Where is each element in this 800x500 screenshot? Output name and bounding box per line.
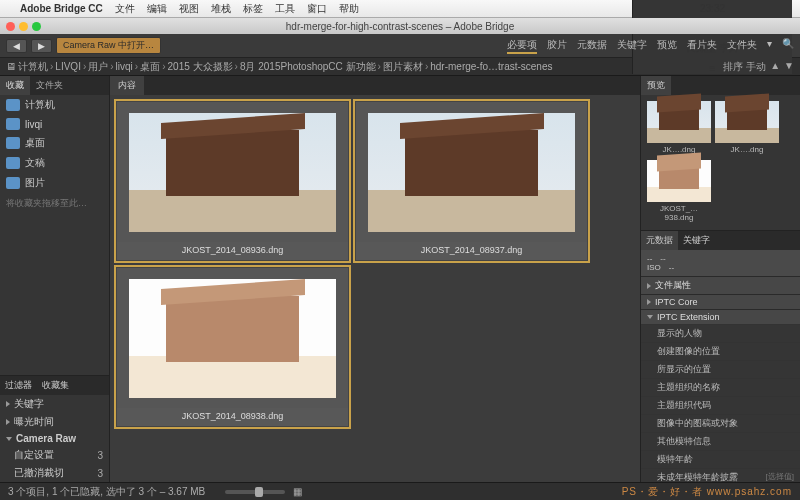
- workspace-essentials[interactable]: 必要项: [507, 38, 537, 54]
- tab-folders[interactable]: 文件夹: [30, 76, 69, 95]
- preview-thumb[interactable]: JK….dng: [647, 101, 711, 156]
- menu-stack[interactable]: 堆栈: [211, 2, 231, 16]
- fav-documents[interactable]: 文稿: [0, 153, 109, 173]
- meta-label: 显示的人物: [657, 327, 702, 340]
- exif-iso-label: ISO: [647, 263, 661, 272]
- menubar-time[interactable]: 23:32: [700, 3, 725, 14]
- meta-field[interactable]: 图像中的图稿或对象: [641, 414, 800, 432]
- crumb-folder-1[interactable]: 2015 大众摄影: [168, 60, 233, 74]
- fav-desktop[interactable]: 桌面: [0, 133, 109, 153]
- section-iptc-core[interactable]: IPTC Core: [641, 294, 800, 309]
- filter-custom-settings[interactable]: 自定设置3: [0, 446, 109, 464]
- crumb-desktop[interactable]: 桌面: [140, 60, 160, 74]
- workspace-filmstrip[interactable]: 胶片: [547, 38, 567, 54]
- app-name[interactable]: Adobe Bridge CC: [20, 3, 103, 14]
- meta-label: 未成年模特年龄披露: [657, 471, 738, 482]
- right-panel: 预览 JK….dng JK….dng JKOST_…938.dng 元数据 关键…: [640, 76, 800, 482]
- filter-count: 3: [97, 450, 103, 461]
- tab-preview[interactable]: 预览: [641, 76, 671, 95]
- menu-tools[interactable]: 工具: [275, 2, 295, 16]
- workspace-keywords[interactable]: 关键字: [617, 38, 647, 54]
- preview-label: JK….dng: [715, 143, 779, 156]
- meta-field[interactable]: 其他模特信息: [641, 432, 800, 450]
- thumbnail-filename: JKOST_2014_08936.dng: [117, 242, 348, 260]
- grid-view-icon[interactable]: ▦: [293, 486, 302, 497]
- meta-field[interactable]: 未成年模特年龄披露[选择值]: [641, 468, 800, 482]
- meta-field[interactable]: 主题组织的名称: [641, 378, 800, 396]
- preview-thumb[interactable]: JK….dng: [715, 101, 779, 156]
- menu-help[interactable]: 帮助: [339, 2, 359, 16]
- tab-metadata[interactable]: 元数据: [641, 231, 678, 250]
- tab-collections[interactable]: 收藏集: [37, 376, 74, 395]
- meta-field[interactable]: 主题组织代码: [641, 396, 800, 414]
- meta-field[interactable]: 显示的人物: [641, 324, 800, 342]
- crumb-current[interactable]: hdr-merge-fo…trast-scenes: [430, 61, 552, 72]
- workspace-metadata[interactable]: 元数据: [577, 38, 607, 54]
- crumb-users[interactable]: 用户: [88, 60, 108, 74]
- section-label: IPTC Extension: [657, 312, 720, 322]
- notification-icon[interactable]: ≡: [710, 63, 716, 74]
- crumb-folder-3[interactable]: 图片素材: [383, 60, 423, 74]
- exif-placard: ---- ISO--: [641, 250, 800, 276]
- section-iptc-extension[interactable]: IPTC Extension: [641, 309, 800, 324]
- crumb-computer[interactable]: 计算机: [18, 60, 48, 74]
- tab-content[interactable]: 内容: [110, 76, 144, 95]
- preview-thumb[interactable]: JKOST_…938.dng: [647, 160, 711, 224]
- menu-label[interactable]: 标签: [243, 2, 263, 16]
- thumbnail-size-slider[interactable]: [225, 490, 285, 494]
- thumbnail-item[interactable]: JKOST_2014_08937.dng: [355, 101, 588, 261]
- fav-computer[interactable]: 计算机: [0, 95, 109, 115]
- workspace-lighttable[interactable]: 看片夹: [687, 38, 717, 54]
- desktop-folder-icon: [6, 137, 20, 149]
- fav-pictures[interactable]: 图片: [0, 173, 109, 193]
- expand-icon: [647, 299, 651, 305]
- chevron-down-icon[interactable]: ▾: [767, 38, 772, 54]
- fav-home[interactable]: livqi: [0, 115, 109, 133]
- filter-exposure[interactable]: 曝光时间: [0, 413, 109, 431]
- zoom-window-button[interactable]: [32, 22, 41, 31]
- thumbnail-item[interactable]: JKOST_2014_08936.dng: [116, 101, 349, 261]
- section-label: 文件属性: [655, 279, 691, 292]
- filter-label: 已撤消裁切: [14, 466, 64, 480]
- meta-label: 模特年龄: [657, 453, 693, 466]
- section-file-properties[interactable]: 文件属性: [641, 276, 800, 294]
- workspace-preview[interactable]: 预览: [657, 38, 677, 54]
- meta-label: 其他模特信息: [657, 435, 711, 448]
- crumb-home[interactable]: livqi: [116, 61, 133, 72]
- thumbnail-item[interactable]: JKOST_2014_08938.dng: [116, 267, 349, 427]
- menu-file[interactable]: 文件: [115, 2, 135, 16]
- watermark: PS・爱・好・者 www.psahz.com: [622, 485, 792, 499]
- forward-button[interactable]: ▶: [31, 39, 52, 53]
- workspace-folders[interactable]: 文件夹: [727, 38, 757, 54]
- fav-label: 桌面: [25, 136, 45, 150]
- filter-count: 3: [97, 468, 103, 479]
- back-button[interactable]: ◀: [6, 39, 27, 53]
- meta-label: 图像中的图稿或对象: [657, 417, 738, 430]
- documents-folder-icon: [6, 157, 20, 169]
- menu-view[interactable]: 视图: [179, 2, 199, 16]
- filter-keywords[interactable]: 关键字: [0, 395, 109, 413]
- crumb-folder-2[interactable]: 8月 2015PhotoshopCC 新功能: [240, 60, 376, 74]
- tab-filter[interactable]: 过滤器: [0, 376, 37, 395]
- crumb-drive[interactable]: LIVQI: [55, 61, 81, 72]
- collapse-icon: [6, 437, 12, 441]
- open-in-camera-raw-button[interactable]: Camera Raw 中打开…: [56, 37, 161, 54]
- left-panel: 收藏 文件夹 计算机 livqi 桌面 文稿 图片 将收藏夹拖移至此… 过滤器 …: [0, 76, 110, 482]
- toolbar-search-icon[interactable]: 🔍: [782, 38, 794, 54]
- meta-field[interactable]: 创建图像的位置: [641, 342, 800, 360]
- sort-mode[interactable]: 排序 手动: [723, 60, 766, 74]
- workspace-tabs: 必要项 胶片 元数据 关键字 预览 看片夹 文件夹 ▾ 🔍: [507, 38, 794, 54]
- meta-field[interactable]: 所显示的位置: [641, 360, 800, 378]
- tab-keywords[interactable]: 关键字: [678, 231, 715, 250]
- tab-favorites[interactable]: 收藏: [0, 76, 30, 95]
- sort-direction-icon[interactable]: ▲: [770, 60, 780, 74]
- filter-camera-raw[interactable]: Camera Raw: [0, 431, 109, 446]
- computer-icon[interactable]: 🖥: [6, 61, 16, 72]
- meta-field[interactable]: 模特年龄: [641, 450, 800, 468]
- filter-dropdown-icon[interactable]: ▼: [784, 60, 794, 74]
- menu-edit[interactable]: 编辑: [147, 2, 167, 16]
- menu-window[interactable]: 窗口: [307, 2, 327, 16]
- close-window-button[interactable]: [6, 22, 15, 31]
- minimize-window-button[interactable]: [19, 22, 28, 31]
- filter-crop-removed[interactable]: 已撤消裁切3: [0, 464, 109, 482]
